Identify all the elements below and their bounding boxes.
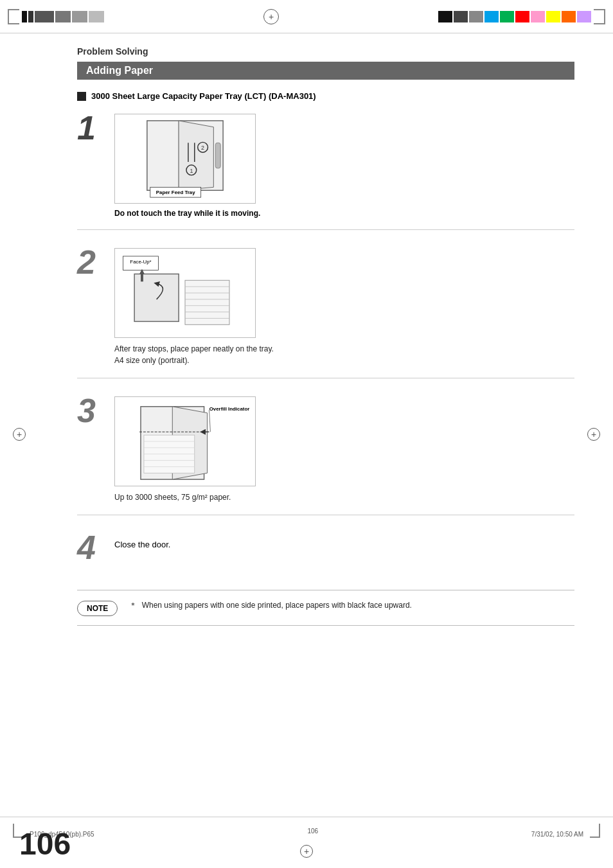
left-swatches (22, 11, 104, 22)
step-4: 4 Close the door. (77, 531, 574, 571)
step-3: 3 (77, 394, 574, 515)
step-2-number: 2 (77, 245, 105, 279)
svg-text:Paper Feed Tray: Paper Feed Tray (156, 190, 195, 195)
note-badge: NOTE (77, 601, 118, 616)
main-content: Problem Solving Adding Paper 3000 Sheet … (0, 33, 613, 651)
step-2: 2 Face-Up* (77, 245, 574, 378)
step-4-text: Close the door. (114, 533, 574, 549)
step-1-image: 1 2 Paper Feed Tray (114, 114, 256, 204)
header-bar (0, 0, 613, 33)
footer: P106_dp4510(pb).P65 106 7/31/02, 10:50 A… (0, 817, 613, 868)
step-3-image: Overfill Indicator (114, 396, 256, 486)
footer-right-meta: 7/31/02, 10:50 AM (531, 831, 583, 838)
step-3-description: Up to 3000 sheets, 75 g/m² paper. (114, 492, 574, 503)
note-asterisk: ＊ (129, 601, 137, 610)
svg-text:Face-Up*: Face-Up* (130, 259, 151, 265)
note-text: ＊ When using papers with one side printe… (129, 599, 412, 612)
bottom-reg-mark (300, 845, 313, 858)
step-1-number: 1 (77, 111, 105, 145)
step-2-content: Face-Up* After tray stops, place paper n… (114, 245, 574, 366)
svg-text:2: 2 (201, 145, 204, 151)
step-2-description: After tray stops, place paper neatly on … (114, 343, 574, 366)
step-1: 1 1 2 (77, 111, 574, 230)
step-1-content: 1 2 Paper Feed Tray Do not touch the tra… (114, 111, 574, 218)
corner-mark-br (590, 824, 600, 838)
step-3-number: 3 (77, 394, 105, 427)
corner-bracket-tl (8, 9, 19, 24)
svg-rect-12 (185, 280, 229, 324)
svg-rect-8 (215, 143, 220, 168)
right-swatches (438, 11, 591, 22)
svg-text:1: 1 (190, 168, 193, 174)
page-number: 106 (19, 826, 71, 862)
subsection-title: 3000 Sheet Large Capacity Paper Tray (LC… (77, 91, 574, 101)
step-3-content: Overfill Indicator Up to 3000 sheets, 75… (114, 394, 574, 503)
svg-text:Overfill Indicator: Overfill Indicator (209, 406, 250, 412)
section-header: Adding Paper (77, 62, 574, 80)
footer-center-meta: 106 (307, 828, 318, 835)
corner-bracket-tr (594, 9, 605, 24)
note-content: When using papers with one side printed,… (142, 601, 412, 610)
step-1-desc-bold: Do not touch the tray while it is moving… (114, 209, 574, 218)
center-reg-mark (263, 9, 279, 24)
step-4-number: 4 (77, 531, 105, 564)
step-2-image: Face-Up* (114, 248, 256, 338)
section-title: Problem Solving (77, 46, 574, 57)
note-section: NOTE ＊ When using papers with one side p… (77, 590, 574, 626)
step-4-content: Close the door. (114, 531, 574, 549)
